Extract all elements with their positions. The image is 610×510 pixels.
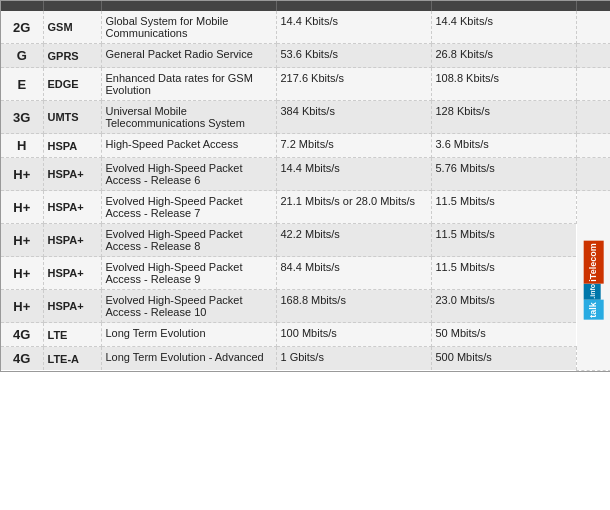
cell-upload: 23.0 Mbits/s bbox=[431, 290, 576, 323]
cell-fullname: Evolved High-Speed Packet Access - Relea… bbox=[101, 290, 276, 323]
cell-download: 7.2 Mbits/s bbox=[276, 134, 431, 158]
cell-fullname: High-Speed Packet Access bbox=[101, 134, 276, 158]
cell-brand-empty bbox=[576, 68, 610, 101]
cell-download: 53.6 Kbits/s bbox=[276, 44, 431, 68]
table-row: 3GUMTSUniversal Mobile Telecommunication… bbox=[1, 101, 610, 134]
header-symbol bbox=[1, 1, 43, 11]
cell-download: 42.2 Mbits/s bbox=[276, 224, 431, 257]
cell-fullname: General Packet Radio Service bbox=[101, 44, 276, 68]
cell-standard: HSPA+ bbox=[43, 290, 101, 323]
cell-symbol: G bbox=[1, 44, 43, 68]
header-download bbox=[276, 1, 431, 11]
cell-symbol: E bbox=[1, 68, 43, 101]
table-row: EEDGEEnhanced Data rates for GSM Evoluti… bbox=[1, 68, 610, 101]
table-row: GGPRSGeneral Packet Radio Service53.6 Kb… bbox=[1, 44, 610, 68]
cell-upload: 5.76 Mbits/s bbox=[431, 158, 576, 191]
header-upload bbox=[431, 1, 576, 11]
cell-upload: 11.5 Mbits/s bbox=[431, 191, 576, 224]
table-row: H+HSPA+Evolved High-Speed Packet Access … bbox=[1, 257, 610, 290]
table-row: HHSPAHigh-Speed Packet Access7.2 Mbits/s… bbox=[1, 134, 610, 158]
cell-upload: 50 Mbits/s bbox=[431, 323, 576, 347]
cell-symbol: 4G bbox=[1, 323, 43, 347]
cell-download: 1 Gbits/s bbox=[276, 347, 431, 371]
header-fullname bbox=[101, 1, 276, 11]
cell-fullname: Evolved High-Speed Packet Access - Relea… bbox=[101, 257, 276, 290]
table-row: 2GGSMGlobal System for Mobile Communicat… bbox=[1, 11, 610, 44]
cell-upload: 128 Kbits/s bbox=[431, 101, 576, 134]
cell-download: 100 Mbits/s bbox=[276, 323, 431, 347]
cell-standard: HSPA bbox=[43, 134, 101, 158]
cell-fullname: Long Term Evolution - Advanced bbox=[101, 347, 276, 371]
cell-standard: GPRS bbox=[43, 44, 101, 68]
cell-symbol: 2G bbox=[1, 11, 43, 44]
cell-standard: EDGE bbox=[43, 68, 101, 101]
cell-download: 14.4 Kbits/s bbox=[276, 11, 431, 44]
cell-symbol: H+ bbox=[1, 158, 43, 191]
cell-fullname: Evolved High-Speed Packet Access - Relea… bbox=[101, 191, 276, 224]
cell-download: 84.4 Mbits/s bbox=[276, 257, 431, 290]
cell-upload: 3.6 Mbits/s bbox=[431, 134, 576, 158]
cell-symbol: 3G bbox=[1, 101, 43, 134]
cell-download: 384 Kbits/s bbox=[276, 101, 431, 134]
header-standard bbox=[43, 1, 101, 11]
cell-brand-empty bbox=[576, 158, 610, 191]
cell-standard: LTE bbox=[43, 323, 101, 347]
cell-standard: HSPA+ bbox=[43, 158, 101, 191]
cell-upload: 108.8 Kbits/s bbox=[431, 68, 576, 101]
cell-symbol: H+ bbox=[1, 257, 43, 290]
cell-standard: UMTS bbox=[43, 101, 101, 134]
cell-standard: LTE-A bbox=[43, 347, 101, 371]
cell-fullname: Long Term Evolution bbox=[101, 323, 276, 347]
cell-download: 168.8 Mbits/s bbox=[276, 290, 431, 323]
cell-download: 217.6 Kbits/s bbox=[276, 68, 431, 101]
cell-brand-empty bbox=[576, 134, 610, 158]
cell-upload: 11.5 Mbits/s bbox=[431, 257, 576, 290]
cell-brand-empty bbox=[576, 101, 610, 134]
cell-symbol: H+ bbox=[1, 191, 43, 224]
cell-standard: HSPA+ bbox=[43, 191, 101, 224]
cell-download: 21.1 Mbits/s or 28.0 Mbits/s bbox=[276, 191, 431, 224]
main-table-wrapper: 2GGSMGlobal System for Mobile Communicat… bbox=[0, 0, 610, 372]
cell-fullname: Evolved High-Speed Packet Access - Relea… bbox=[101, 224, 276, 257]
cell-symbol: H+ bbox=[1, 290, 43, 323]
table-row: H+HSPA+Evolved High-Speed Packet Access … bbox=[1, 224, 610, 257]
data-table: 2GGSMGlobal System for Mobile Communicat… bbox=[1, 1, 610, 371]
cell-symbol: H bbox=[1, 134, 43, 158]
cell-brand: talk.infoiTelecom bbox=[576, 191, 610, 371]
table-row: H+HSPA+Evolved High-Speed Packet Access … bbox=[1, 191, 610, 224]
brand-logo: talk.infoiTelecom bbox=[582, 238, 606, 323]
header-row bbox=[1, 1, 610, 11]
cell-fullname: Enhanced Data rates for GSM Evolution bbox=[101, 68, 276, 101]
cell-upload: 11.5 Mbits/s bbox=[431, 224, 576, 257]
table-row: 4GLTELong Term Evolution100 Mbits/s50 Mb… bbox=[1, 323, 610, 347]
cell-symbol: 4G bbox=[1, 347, 43, 371]
header-brand bbox=[576, 1, 610, 11]
cell-standard: HSPA+ bbox=[43, 257, 101, 290]
cell-download: 14.4 Mbits/s bbox=[276, 158, 431, 191]
cell-brand-empty bbox=[576, 44, 610, 68]
table-row: H+HSPA+Evolved High-Speed Packet Access … bbox=[1, 158, 610, 191]
cell-brand-empty bbox=[576, 11, 610, 44]
cell-fullname: Universal Mobile Telecommunications Syst… bbox=[101, 101, 276, 134]
table-row: 4GLTE-ALong Term Evolution - Advanced1 G… bbox=[1, 347, 610, 371]
cell-symbol: H+ bbox=[1, 224, 43, 257]
table-row: H+HSPA+Evolved High-Speed Packet Access … bbox=[1, 290, 610, 323]
cell-standard: GSM bbox=[43, 11, 101, 44]
cell-upload: 26.8 Kbits/s bbox=[431, 44, 576, 68]
cell-fullname: Global System for Mobile Communications bbox=[101, 11, 276, 44]
cell-fullname: Evolved High-Speed Packet Access - Relea… bbox=[101, 158, 276, 191]
cell-upload: 14.4 Kbits/s bbox=[431, 11, 576, 44]
cell-standard: HSPA+ bbox=[43, 224, 101, 257]
cell-upload: 500 Mbits/s bbox=[431, 347, 576, 371]
